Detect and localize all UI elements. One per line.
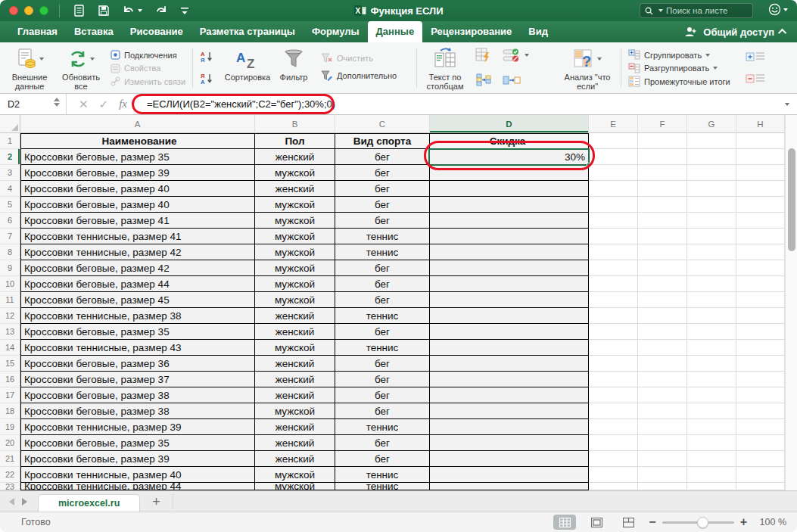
cell-D8[interactable] [430, 244, 589, 260]
sort-button[interactable]: АZ Сортировка [221, 47, 274, 82]
cell-C14[interactable]: теннис [335, 340, 430, 356]
cell-A4[interactable]: Кроссовки беговые, размер 40 [20, 181, 255, 197]
cell-E10[interactable] [589, 276, 638, 292]
row-header-12[interactable]: 12 [0, 308, 20, 324]
cell-A20[interactable]: Кроссовки беговые, размер 35 [20, 435, 255, 451]
cell-G3[interactable] [687, 165, 736, 181]
cell-G21[interactable] [687, 451, 736, 467]
cell-E23[interactable] [589, 483, 638, 490]
tab-dannye[interactable]: Данные [368, 21, 423, 42]
cell-A8[interactable]: Кроссовки теннисные, размер 42 [20, 244, 255, 260]
cell-D12[interactable] [430, 308, 589, 324]
data-validation-button[interactable] [503, 48, 529, 61]
cell-E14[interactable] [589, 340, 638, 356]
cell-G4[interactable] [687, 181, 736, 197]
cell-F15[interactable] [638, 356, 687, 372]
row-header-16[interactable]: 16 [0, 372, 20, 387]
save-icon[interactable] [98, 3, 110, 18]
cell-B20[interactable]: женский [255, 435, 335, 451]
ungroup-button[interactable]: Разгруппировать [628, 62, 730, 75]
tab-vid[interactable]: Вид [520, 21, 556, 42]
cell-E1[interactable] [589, 133, 638, 149]
cell-E21[interactable] [589, 451, 638, 467]
cell-C20[interactable]: бег [335, 435, 430, 451]
cell-H14[interactable] [736, 340, 785, 356]
cell-E8[interactable] [589, 244, 638, 260]
zoom-window-button[interactable] [39, 6, 48, 15]
clear-filter-button[interactable]: Очистить [321, 51, 397, 64]
cell-D3[interactable] [430, 165, 589, 181]
cell-H6[interactable] [736, 213, 785, 229]
cell-C5[interactable]: бег [335, 197, 430, 213]
cell-B14[interactable]: мужской [255, 340, 335, 356]
normal-view-button[interactable] [553, 515, 576, 530]
cell-D15[interactable] [430, 356, 589, 372]
tab-glavnaya[interactable]: Главная [9, 21, 66, 42]
row-header-3[interactable]: 3 [0, 165, 20, 181]
cell-B22[interactable]: мужской [255, 467, 335, 483]
cell-G20[interactable] [687, 435, 736, 451]
row-header-6[interactable]: 6 [0, 213, 20, 229]
cell-D4[interactable] [430, 181, 589, 197]
cell-A23[interactable]: Кроссовки теннисные, размер 44 [20, 483, 255, 490]
cell-B23[interactable]: мужской [255, 483, 335, 490]
cell-A22[interactable]: Кроссовки теннисные, размер 40 [20, 467, 255, 483]
cell-B11[interactable]: мужской [255, 292, 335, 308]
tab-risovanie[interactable]: Рисование [122, 21, 191, 42]
cell-F22[interactable] [638, 467, 687, 483]
advanced-filter-button[interactable]: Дополнительно [321, 69, 397, 82]
cell-G6[interactable] [687, 213, 736, 229]
cell-E6[interactable] [589, 213, 638, 229]
row-header-2[interactable]: 2 [0, 149, 20, 165]
cell-E5[interactable] [589, 197, 638, 213]
show-detail-button[interactable] [746, 50, 765, 63]
cell-G2[interactable] [687, 149, 736, 165]
cell-F8[interactable] [638, 244, 687, 260]
cell-C11[interactable]: бег [335, 292, 430, 308]
cell-G14[interactable] [687, 340, 736, 356]
column-header-E[interactable]: E [589, 115, 638, 133]
cell-G8[interactable] [687, 244, 736, 260]
cell-H2[interactable] [736, 149, 785, 165]
cell-H11[interactable] [736, 292, 785, 308]
cell-G15[interactable] [687, 356, 736, 372]
cell-A7[interactable]: Кроссовки теннисные, размер 41 [20, 229, 255, 244]
cell-A9[interactable]: Кроссовки беговые, размер 42 [20, 260, 255, 276]
cell-H18[interactable] [736, 403, 785, 419]
page-layout-view-button[interactable] [585, 515, 608, 530]
cell-E22[interactable] [589, 467, 638, 483]
collapse-ribbon-button[interactable] [778, 29, 786, 37]
undo-button[interactable] [122, 3, 142, 18]
group-button[interactable]: Сгруппировать [628, 48, 730, 61]
column-header-B[interactable]: B [255, 115, 335, 133]
cell-H5[interactable] [736, 197, 785, 213]
cell-E9[interactable] [589, 260, 638, 276]
cell-H22[interactable] [736, 467, 785, 483]
insert-function-icon[interactable]: fx [119, 98, 127, 110]
cell-F20[interactable] [638, 435, 687, 451]
row-header-11[interactable]: 11 [0, 292, 20, 308]
cell-F5[interactable] [638, 197, 687, 213]
cell-E19[interactable] [589, 419, 638, 435]
sheet-tab-active[interactable]: microexcel.ru [38, 494, 140, 512]
cell-C19[interactable]: теннис [335, 419, 430, 435]
cell-D14[interactable] [430, 340, 589, 356]
cell-A12[interactable]: Кроссовки теннисные, размер 38 [20, 308, 255, 324]
cell-G10[interactable] [687, 276, 736, 292]
row-header-21[interactable]: 21 [0, 451, 20, 467]
text-to-columns-button[interactable]: Текст по столбцам [421, 47, 469, 91]
cell-C17[interactable]: бег [335, 387, 430, 403]
subtotal-button[interactable]: Промежуточные итоги [628, 75, 730, 88]
cell-C8[interactable]: теннис [335, 244, 430, 260]
cell-G9[interactable] [687, 260, 736, 276]
cell-G18[interactable] [687, 403, 736, 419]
cell-G17[interactable] [687, 387, 736, 403]
column-header-F[interactable]: F [638, 115, 687, 133]
what-if-analysis-button[interactable]: ? Анализ "что если" [562, 47, 613, 91]
cell-C22[interactable]: теннис [335, 467, 430, 483]
sort-za-button[interactable]: ЯА [200, 72, 213, 85]
row-header-15[interactable]: 15 [0, 356, 20, 372]
search-scope-caret[interactable] [658, 9, 663, 12]
name-box-stepper[interactable] [54, 98, 60, 107]
sort-az-button[interactable]: АЯ [200, 50, 213, 63]
